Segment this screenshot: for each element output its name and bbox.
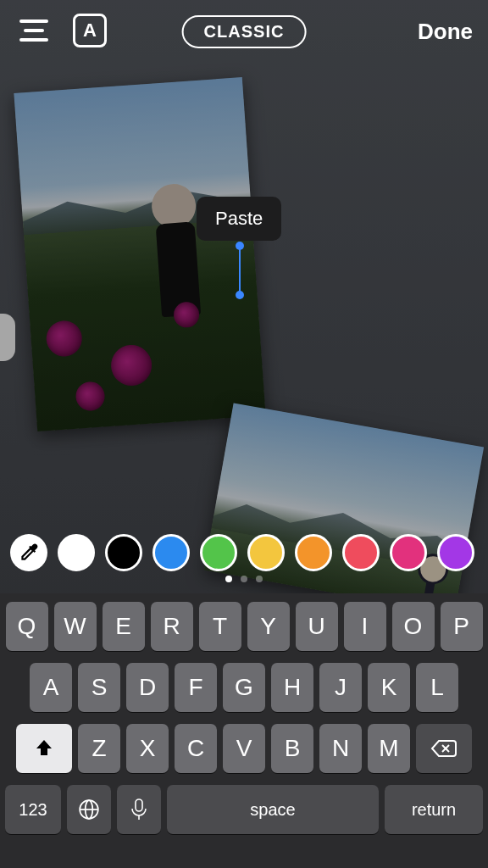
key-u[interactable]: U bbox=[296, 602, 338, 651]
globe-key[interactable] bbox=[67, 785, 111, 834]
palette-page-dots bbox=[225, 576, 263, 582]
key-x[interactable]: X bbox=[126, 724, 169, 773]
done-button[interactable]: Done bbox=[418, 19, 473, 45]
key-v[interactable]: V bbox=[223, 724, 265, 773]
key-n[interactable]: N bbox=[319, 724, 362, 773]
numbers-key[interactable]: 123 bbox=[5, 785, 61, 834]
key-k[interactable]: K bbox=[368, 663, 410, 712]
key-l[interactable]: L bbox=[416, 663, 458, 712]
story-text-editor: Paste A CLASSIC Done QW bbox=[0, 0, 488, 868]
eyedropper-button[interactable] bbox=[10, 534, 47, 571]
key-a[interactable]: A bbox=[30, 663, 72, 712]
key-h[interactable]: H bbox=[271, 663, 313, 712]
context-menu-paste[interactable]: Paste bbox=[197, 197, 281, 241]
key-e[interactable]: E bbox=[103, 602, 145, 651]
key-g[interactable]: G bbox=[223, 663, 265, 712]
text-align-icon[interactable] bbox=[17, 14, 51, 47]
key-w[interactable]: W bbox=[54, 602, 97, 651]
backspace-key[interactable] bbox=[416, 724, 472, 773]
color-palette bbox=[0, 523, 488, 582]
key-t[interactable]: T bbox=[199, 602, 241, 651]
key-q[interactable]: Q bbox=[6, 602, 48, 651]
key-d[interactable]: D bbox=[126, 663, 169, 712]
key-p[interactable]: P bbox=[441, 602, 483, 651]
color-swatch[interactable] bbox=[200, 534, 237, 571]
color-swatch[interactable] bbox=[247, 534, 285, 571]
color-swatch[interactable] bbox=[295, 534, 332, 571]
svg-rect-8 bbox=[136, 799, 142, 811]
key-f[interactable]: F bbox=[175, 663, 217, 712]
color-swatch[interactable] bbox=[437, 534, 474, 571]
key-m[interactable]: M bbox=[368, 724, 410, 773]
shift-key[interactable] bbox=[16, 724, 72, 773]
color-swatch[interactable] bbox=[58, 534, 95, 571]
text-style-icon[interactable]: A bbox=[73, 14, 107, 47]
key-j[interactable]: J bbox=[319, 663, 362, 712]
key-b[interactable]: B bbox=[271, 724, 313, 773]
ios-keyboard: QWERTYUIOP ASDFGHJKL ZXCVBNM 123 bbox=[0, 593, 488, 868]
key-r[interactable]: R bbox=[151, 602, 193, 651]
color-swatch[interactable] bbox=[152, 534, 190, 571]
key-o[interactable]: O bbox=[392, 602, 435, 651]
dictation-key[interactable] bbox=[117, 785, 161, 834]
color-swatch[interactable] bbox=[390, 534, 427, 571]
key-y[interactable]: Y bbox=[247, 602, 290, 651]
key-s[interactable]: S bbox=[78, 663, 120, 712]
return-key[interactable]: return bbox=[385, 785, 483, 834]
key-c[interactable]: C bbox=[175, 724, 217, 773]
text-caret bbox=[239, 246, 241, 295]
color-swatch[interactable] bbox=[105, 534, 142, 571]
key-i[interactable]: I bbox=[344, 602, 386, 651]
editor-top-bar: A CLASSIC Done bbox=[0, 0, 488, 61]
color-swatch[interactable] bbox=[342, 534, 380, 571]
key-z[interactable]: Z bbox=[78, 724, 120, 773]
space-key[interactable]: space bbox=[167, 785, 379, 834]
font-style-button[interactable]: CLASSIC bbox=[182, 15, 307, 48]
